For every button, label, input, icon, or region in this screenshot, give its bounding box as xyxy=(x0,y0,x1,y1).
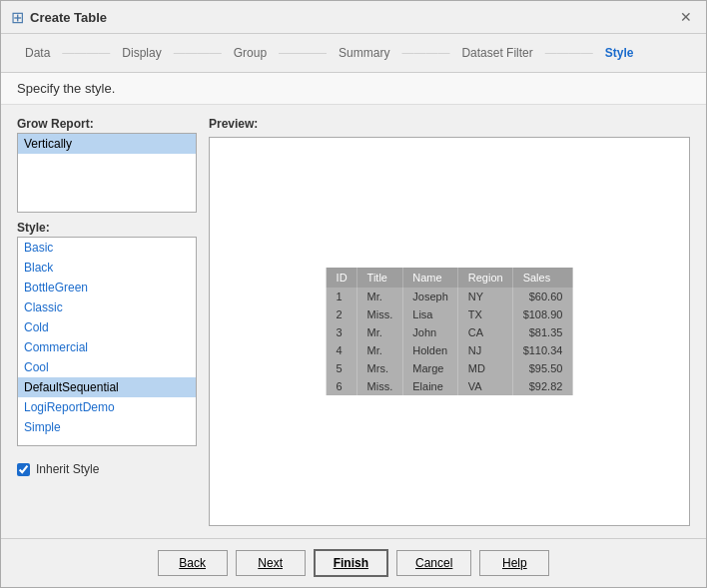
grow-label: Grow Report: xyxy=(17,117,197,131)
cell: $95.50 xyxy=(513,359,573,377)
tab-sep-2: ———— xyxy=(170,46,226,60)
style-item-commercial[interactable]: Commercial xyxy=(18,337,196,357)
cell: NJ xyxy=(458,341,513,359)
finish-button[interactable]: Finish xyxy=(314,549,388,577)
preview-table-body: 1 Mr. Joseph NY $60.60 2 Miss. Lisa TX xyxy=(327,288,573,395)
table-row: 6 Miss. Elaine VA $92.82 xyxy=(327,377,573,395)
cell: 6 xyxy=(327,377,357,395)
preview-table-head: ID Title Name Region Sales xyxy=(327,268,573,288)
cell: 2 xyxy=(327,305,357,323)
cell: 4 xyxy=(327,341,357,359)
dialog-title: Create Table xyxy=(30,10,107,25)
close-button[interactable]: ✕ xyxy=(676,7,696,27)
table-row: 1 Mr. Joseph NY $60.60 xyxy=(327,288,573,305)
back-button[interactable]: Back xyxy=(158,550,228,576)
next-button[interactable]: Next xyxy=(236,550,306,576)
wizard-tabs: Data ———— Display ———— Group ———— Summar… xyxy=(1,34,706,73)
title-bar-left: ⊞ Create Table xyxy=(11,8,107,27)
grow-section: Grow Report: Vertically xyxy=(17,117,197,213)
preview-box: ID Title Name Region Sales 1 Mr. xyxy=(209,137,690,526)
tab-sep-4: ———— xyxy=(397,46,453,60)
style-section: Style: Basic Black BottleGreen Classic C… xyxy=(17,221,197,446)
subtitle: Specify the style. xyxy=(1,73,706,105)
cell: Mr. xyxy=(357,323,403,341)
cell: Miss. xyxy=(357,377,403,395)
cell: Holden xyxy=(402,341,457,359)
preview-table: ID Title Name Region Sales 1 Mr. xyxy=(327,268,573,395)
table-row: 4 Mr. Holden NJ $110.34 xyxy=(327,341,573,359)
style-item-black[interactable]: Black xyxy=(18,258,196,278)
inherit-style-label: Inherit Style xyxy=(36,462,99,476)
cell: John xyxy=(402,323,457,341)
table-row: 2 Miss. Lisa TX $108.90 xyxy=(327,305,573,323)
style-listbox[interactable]: Basic Black BottleGreen Classic Cold Com… xyxy=(17,237,197,446)
tab-sep-5: ———— xyxy=(541,46,597,60)
style-item-classic[interactable]: Classic xyxy=(18,297,196,317)
cell: $60.60 xyxy=(513,288,573,305)
grow-listbox[interactable]: Vertically xyxy=(17,133,197,213)
tab-display[interactable]: Display xyxy=(114,42,169,64)
main-content: Grow Report: Vertically Style: Basic Bla… xyxy=(1,105,706,538)
col-title: Title xyxy=(357,268,403,288)
style-item-defaultsequential[interactable]: DefaultSequential xyxy=(18,377,196,397)
tab-sep-1: ———— xyxy=(58,46,114,60)
cell: 3 xyxy=(327,323,357,341)
create-table-dialog: ⊞ Create Table ✕ Data ———— Display ———— … xyxy=(0,0,707,588)
cell: NY xyxy=(458,288,513,305)
style-label: Style: xyxy=(17,221,197,235)
left-panel: Grow Report: Vertically Style: Basic Bla… xyxy=(17,117,197,526)
grow-item-vertically[interactable]: Vertically xyxy=(18,134,196,154)
tab-data[interactable]: Data xyxy=(17,42,58,64)
table-row: 5 Mrs. Marge MD $95.50 xyxy=(327,359,573,377)
col-region: Region xyxy=(458,268,513,288)
cell: Mr. xyxy=(357,341,403,359)
preview-header-row: ID Title Name Region Sales xyxy=(327,268,573,288)
style-item-logireportdemo[interactable]: LogiReportDemo xyxy=(18,397,196,417)
cell: $108.90 xyxy=(513,305,573,323)
cell: Mrs. xyxy=(357,359,403,377)
cell: VA xyxy=(458,377,513,395)
tab-sep-3: ———— xyxy=(275,46,331,60)
inherit-style-row: Inherit Style xyxy=(17,462,197,476)
dialog-icon: ⊞ xyxy=(11,8,24,27)
cell: $81.35 xyxy=(513,323,573,341)
help-button[interactable]: Help xyxy=(479,550,549,576)
cell: Lisa xyxy=(402,305,457,323)
col-id: ID xyxy=(327,268,357,288)
style-item-basic[interactable]: Basic xyxy=(18,238,196,258)
cell: 1 xyxy=(327,288,357,305)
cell: Marge xyxy=(402,359,457,377)
right-panel: Preview: ID Title Name Region Sales xyxy=(209,117,690,526)
col-sales: Sales xyxy=(513,268,573,288)
footer: Back Next Finish Cancel Help xyxy=(1,538,706,587)
preview-table-wrapper: ID Title Name Region Sales 1 Mr. xyxy=(327,268,573,395)
col-name: Name xyxy=(402,268,457,288)
cell: Joseph xyxy=(402,288,457,305)
cancel-button[interactable]: Cancel xyxy=(396,550,471,576)
table-row: 3 Mr. John CA $81.35 xyxy=(327,323,573,341)
cell: TX xyxy=(458,305,513,323)
style-item-bottlegreen[interactable]: BottleGreen xyxy=(18,278,196,297)
tab-dataset-filter[interactable]: Dataset Filter xyxy=(453,42,540,64)
cell: Elaine xyxy=(402,377,457,395)
cell: 5 xyxy=(327,359,357,377)
preview-label: Preview: xyxy=(209,117,690,131)
cell: CA xyxy=(458,323,513,341)
cell: Mr. xyxy=(357,288,403,305)
title-bar: ⊞ Create Table ✕ xyxy=(1,1,706,34)
tab-summary[interactable]: Summary xyxy=(331,42,397,64)
cell: Miss. xyxy=(357,305,403,323)
style-item-cool[interactable]: Cool xyxy=(18,357,196,377)
cell: MD xyxy=(458,359,513,377)
tab-style[interactable]: Style xyxy=(597,42,642,64)
style-item-cold[interactable]: Cold xyxy=(18,317,196,337)
inherit-style-checkbox[interactable] xyxy=(17,463,30,476)
tab-group[interactable]: Group xyxy=(226,42,275,64)
style-item-simple[interactable]: Simple xyxy=(18,417,196,437)
cell: $110.34 xyxy=(513,341,573,359)
cell: $92.82 xyxy=(513,377,573,395)
